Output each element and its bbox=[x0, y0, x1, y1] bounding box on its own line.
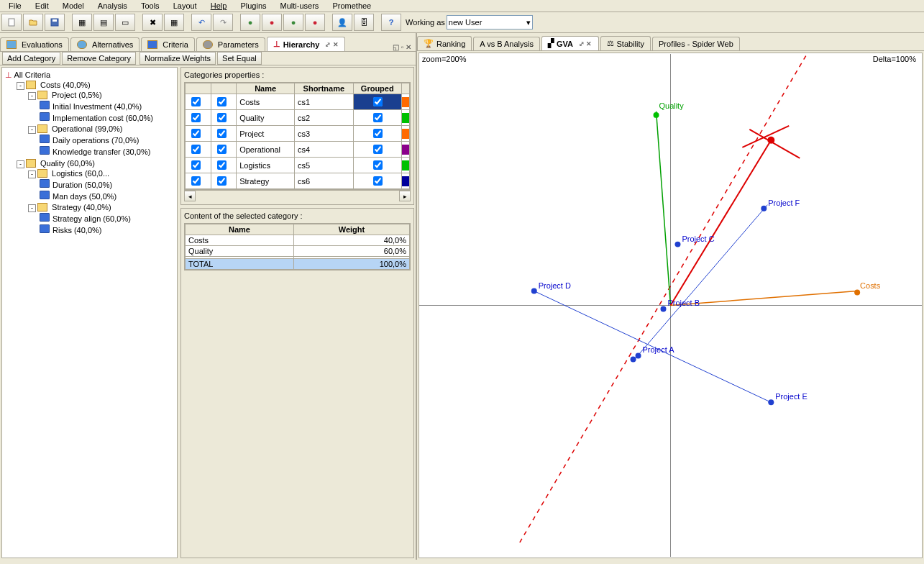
menu-multiusers[interactable]: Multi-users bbox=[275, 0, 325, 12]
tab-alternatives[interactable]: Alternatives bbox=[70, 37, 139, 51]
color-swatch[interactable] bbox=[402, 129, 409, 139]
tb-13-icon[interactable]: ● bbox=[283, 14, 303, 31]
tab-window-controls[interactable]: ◱ ▫ ✕ bbox=[388, 43, 416, 51]
tree-folder[interactable]: - Operational (99,0%)Daily operations (7… bbox=[28, 124, 174, 158]
tb-8-icon[interactable]: ▦ bbox=[164, 14, 184, 31]
tree-leaf[interactable]: Initial Investment (40,0%) bbox=[40, 100, 174, 112]
tab-stability[interactable]: ⚖Stability bbox=[600, 36, 651, 50]
color-swatch[interactable] bbox=[402, 113, 409, 123]
grouped-checkbox[interactable] bbox=[373, 160, 383, 170]
normalize-weights-button[interactable]: Normalize Weights bbox=[139, 52, 216, 65]
add-category-button[interactable]: Add Category bbox=[2, 52, 60, 65]
column-header[interactable]: Shortname bbox=[295, 83, 354, 94]
tree-leaf[interactable]: Implementation cost (60,0%) bbox=[40, 112, 174, 123]
table-row[interactable]: Projectcs3 bbox=[186, 126, 410, 142]
color-swatch[interactable] bbox=[402, 97, 409, 107]
row-checkbox[interactable] bbox=[217, 97, 227, 106]
save-icon[interactable] bbox=[45, 14, 65, 31]
horizontal-scrollbar[interactable]: ◂ ▸ bbox=[184, 190, 411, 201]
column-header[interactable]: Grouped bbox=[353, 83, 401, 94]
menu-file[interactable]: File bbox=[3, 0, 27, 12]
scroll-left-icon[interactable]: ◂ bbox=[184, 191, 196, 201]
tree-folder[interactable]: - Logistics (60,0...Duration (50,0%)Man … bbox=[28, 168, 174, 202]
table-row[interactable]: Quality60,0% bbox=[186, 246, 410, 257]
table-row[interactable]: Operationalcs4 bbox=[186, 142, 410, 158]
row-checkbox[interactable] bbox=[217, 129, 227, 138]
row-checkbox[interactable] bbox=[217, 145, 227, 154]
col-name[interactable]: Name bbox=[186, 224, 294, 235]
undo-icon[interactable]: ↶ bbox=[191, 14, 211, 31]
row-checkbox[interactable] bbox=[191, 97, 201, 106]
row-checkbox[interactable] bbox=[191, 160, 201, 170]
tab-evaluations[interactable]: Evaluations bbox=[0, 37, 69, 51]
tb-14-icon[interactable]: ● bbox=[305, 14, 325, 31]
redo-icon[interactable]: ↷ bbox=[213, 14, 233, 31]
grouped-checkbox[interactable] bbox=[373, 113, 383, 122]
tree-leaf[interactable]: Knowledge transfer (30,0%) bbox=[40, 145, 174, 157]
row-checkbox[interactable] bbox=[191, 129, 201, 138]
menu-help[interactable]: Help bbox=[205, 0, 233, 12]
row-checkbox[interactable] bbox=[217, 113, 227, 122]
tree-root[interactable]: ⊥ All Criteria bbox=[5, 70, 174, 80]
help-icon[interactable]: ? bbox=[381, 14, 401, 31]
set-equal-button[interactable]: Set Equal bbox=[217, 52, 262, 65]
tree-leaf[interactable]: Strategy align (60,0%) bbox=[40, 212, 174, 224]
col-weight[interactable]: Weight bbox=[294, 224, 410, 235]
expand-icon[interactable]: - bbox=[17, 160, 24, 168]
menu-plugins[interactable]: Plugins bbox=[234, 0, 272, 12]
color-swatch[interactable] bbox=[402, 145, 409, 155]
tb-16-icon[interactable]: 🗄 bbox=[354, 14, 374, 31]
grouped-checkbox[interactable] bbox=[373, 129, 383, 138]
gva-chart[interactable]: zoom=200% Delta=100% CostsQualityProject… bbox=[418, 53, 923, 558]
color-swatch[interactable] bbox=[402, 176, 409, 186]
expand-icon[interactable]: - bbox=[28, 204, 36, 212]
tab-hierarchy[interactable]: ⊥Hierarchy⤢ ✕ bbox=[267, 37, 345, 51]
menu-analysis[interactable]: Analysis bbox=[92, 0, 133, 12]
grouped-checkbox[interactable] bbox=[373, 97, 383, 106]
expand-icon[interactable]: - bbox=[28, 170, 36, 178]
color-swatch[interactable] bbox=[402, 160, 409, 170]
tree-leaf[interactable]: Man days (50,0%) bbox=[40, 190, 174, 201]
expand-icon[interactable]: - bbox=[28, 126, 36, 134]
row-checkbox[interactable] bbox=[217, 176, 227, 186]
table-row[interactable]: Logisticscs5 bbox=[186, 158, 410, 173]
grouped-checkbox[interactable] bbox=[373, 145, 383, 154]
table-row[interactable]: Strategycs6 bbox=[186, 173, 410, 189]
tree-leaf[interactable]: Daily operations (70,0%) bbox=[40, 134, 174, 145]
menu-layout[interactable]: Layout bbox=[168, 0, 203, 12]
tb-15-icon[interactable]: 👤 bbox=[332, 14, 352, 31]
categories-table[interactable]: NameShortnameGrouped Costscs1Qualitycs2P… bbox=[185, 83, 410, 189]
tab-gva[interactable]: ▞GVA⤢ ✕ bbox=[541, 36, 599, 50]
tree-folder[interactable]: - Strategy (40,0%)Strategy align (60,0%)… bbox=[28, 202, 174, 236]
tree-leaf[interactable]: Risks (40,0%) bbox=[40, 224, 174, 235]
menu-promethee[interactable]: Promethee bbox=[326, 0, 377, 12]
tab-parameters[interactable]: Parameters bbox=[196, 37, 265, 51]
table-row[interactable]: Qualitycs2 bbox=[186, 110, 410, 126]
table-row[interactable]: Costs40,0% bbox=[186, 235, 410, 246]
tb-6-icon[interactable]: ▭ bbox=[115, 14, 135, 31]
row-checkbox[interactable] bbox=[191, 145, 201, 154]
new-icon[interactable] bbox=[1, 14, 22, 31]
tree-leaf[interactable]: Duration (50,0%) bbox=[40, 178, 174, 190]
tree-folder[interactable]: - Costs (40,0%)- Project (0,5%)Initial I… bbox=[17, 80, 174, 158]
criteria-tree[interactable]: ⊥ All Criteria - Costs (40,0%)- Project … bbox=[1, 67, 178, 558]
open-icon[interactable] bbox=[23, 14, 43, 31]
menu-edit[interactable]: Edit bbox=[29, 0, 55, 12]
remove-category-button[interactable]: Remove Category bbox=[62, 52, 136, 65]
menu-model[interactable]: Model bbox=[57, 0, 90, 12]
tab-ranking[interactable]: 🏆Ranking bbox=[417, 36, 472, 50]
tab-spiderweb[interactable]: Profiles - Spider Web bbox=[652, 37, 740, 50]
tb-7-icon[interactable]: ✖ bbox=[142, 14, 163, 31]
tab-criteria[interactable]: Criteria bbox=[141, 37, 194, 51]
tree-folder[interactable]: - Project (0,5%)Initial Investment (40,0… bbox=[28, 90, 174, 124]
column-header[interactable]: Name bbox=[237, 83, 295, 94]
tree-folder[interactable]: - Quality (60,0%)- Logistics (60,0...Dur… bbox=[17, 158, 174, 237]
column-header[interactable] bbox=[186, 83, 211, 94]
content-table[interactable]: Name Weight Costs40,0%Quality60,0%TOTAL1… bbox=[185, 224, 410, 270]
tb-4-icon[interactable]: ▦ bbox=[72, 14, 92, 31]
row-checkbox[interactable] bbox=[191, 113, 201, 122]
tab-pin-icon[interactable]: ⤢ ✕ bbox=[579, 40, 593, 47]
column-header[interactable] bbox=[401, 83, 409, 94]
tab-avsb[interactable]: A vs B Analysis bbox=[473, 37, 540, 50]
row-checkbox[interactable] bbox=[217, 160, 227, 170]
